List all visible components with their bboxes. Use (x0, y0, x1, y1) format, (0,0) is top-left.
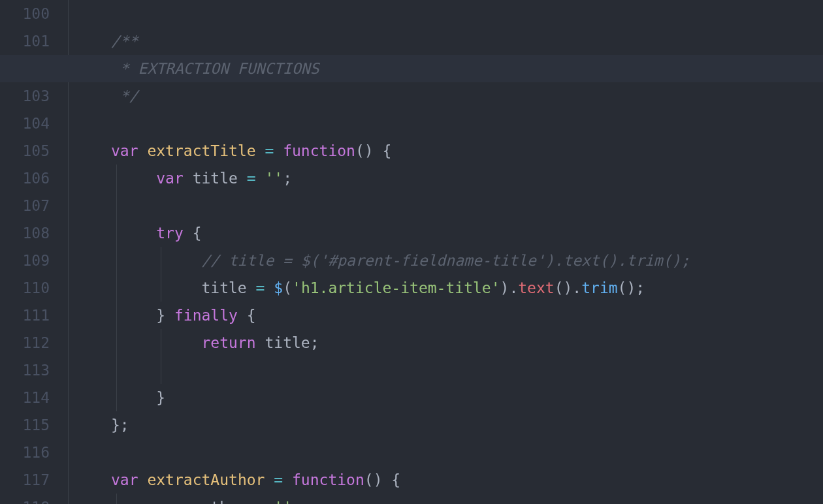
line-number: 103 (0, 82, 50, 110)
code-token: */ (111, 87, 138, 104)
indent-guide (116, 302, 117, 329)
code-token: ; (310, 334, 319, 351)
code-token: ( (283, 279, 292, 296)
code-token (256, 170, 265, 187)
line-number: 108 (0, 219, 50, 247)
line-number: 112 (0, 329, 50, 356)
code-token: author (193, 499, 247, 504)
code-token: // title = $('#parent-fieldname-title').… (201, 252, 690, 269)
line-number: 104 (0, 110, 50, 137)
code-token (138, 471, 148, 488)
code-token (265, 499, 274, 504)
code-token: var (111, 471, 138, 488)
code-line[interactable] (69, 356, 823, 384)
code-token: var (156, 170, 184, 187)
code-line[interactable]: return title; (69, 329, 823, 356)
line-number: 114 (0, 384, 50, 411)
code-token (265, 471, 274, 488)
code-token: = (256, 279, 265, 296)
indent-whitespace (111, 170, 156, 187)
code-line[interactable]: }; (69, 411, 823, 439)
indent-guide (161, 274, 161, 302)
code-line[interactable] (69, 0, 823, 27)
indent-guide (116, 329, 117, 356)
code-line[interactable]: } (69, 384, 823, 411)
code-token (247, 279, 256, 296)
code-token: extractAuthor (147, 471, 265, 488)
indent-whitespace (111, 307, 156, 324)
code-token (184, 170, 193, 187)
code-token: () (555, 279, 573, 296)
indent-guide (116, 192, 117, 219)
indent-guide (161, 329, 161, 356)
code-token (374, 142, 383, 159)
indent-whitespace (111, 279, 201, 296)
code-line[interactable] (69, 110, 823, 137)
code-token: . (509, 279, 518, 296)
code-token: = (256, 499, 265, 504)
code-token: { (391, 471, 400, 488)
code-token: { (383, 142, 392, 159)
indent-guide (116, 274, 117, 302)
code-token: } (156, 389, 165, 406)
code-line[interactable]: try { (69, 219, 823, 247)
code-line[interactable]: var author = ''; (69, 494, 823, 504)
code-token: '' (265, 170, 283, 187)
code-line[interactable]: */ (69, 82, 823, 110)
line-number: 110 (0, 274, 50, 302)
indent-guide (116, 356, 117, 384)
code-token: = (274, 471, 283, 488)
code-token: 'h1.article-item-title' (292, 279, 500, 296)
code-line[interactable]: * EXTRACTION FUNCTIONS (69, 55, 823, 82)
code-line[interactable] (69, 192, 823, 219)
code-token: ; (636, 279, 645, 296)
line-number: 106 (0, 165, 50, 192)
code-token: { (193, 225, 202, 242)
code-editor[interactable]: 1001011021031041051061071081091101111121… (0, 0, 823, 504)
code-token: ; (292, 499, 301, 504)
code-token: extractTitle (147, 142, 255, 159)
code-token: () (364, 471, 383, 488)
indent-guide (161, 247, 161, 274)
code-token: '' (274, 499, 292, 504)
code-token: var (156, 499, 184, 504)
code-line[interactable]: title = $('h1.article-item-title').text(… (69, 274, 823, 302)
indent-whitespace (111, 197, 156, 214)
line-number: 115 (0, 411, 50, 439)
code-line[interactable]: } finally { (69, 302, 823, 329)
code-token: try (156, 225, 184, 242)
code-line[interactable]: var extractAuthor = function() { (69, 466, 823, 494)
indent-whitespace (111, 499, 156, 504)
indent-whitespace (111, 362, 201, 379)
code-token: = (265, 142, 274, 159)
indent-whitespace (111, 389, 156, 406)
code-token: ; (283, 170, 292, 187)
code-line[interactable]: var extractTitle = function() { (69, 137, 823, 165)
code-line[interactable] (69, 439, 823, 466)
line-number: 116 (0, 439, 50, 466)
code-token (382, 471, 391, 488)
line-number: 107 (0, 192, 50, 219)
indent-whitespace (111, 225, 156, 242)
code-token: return (201, 334, 255, 351)
code-line[interactable]: var title = ''; (69, 165, 823, 192)
code-area[interactable]: /** * EXTRACTION FUNCTIONS */var extract… (69, 0, 823, 504)
code-token: () (355, 142, 374, 159)
line-number: 105 (0, 137, 50, 165)
code-token (138, 142, 148, 159)
indent-guide (116, 165, 117, 192)
code-token: title (201, 279, 246, 296)
code-token (256, 334, 265, 351)
line-number: 101 (0, 27, 50, 55)
line-number: 118 (0, 494, 50, 504)
code-line[interactable]: /** (69, 27, 823, 55)
code-line[interactable]: // title = $('#parent-fieldname-title').… (69, 247, 823, 274)
code-token: $ (274, 279, 283, 296)
line-number: 113 (0, 356, 50, 384)
indent-guide (116, 494, 117, 504)
code-token (165, 307, 174, 324)
indent-guide (116, 247, 117, 274)
code-token: text (518, 279, 554, 296)
code-token: var (111, 142, 138, 159)
indent-whitespace (111, 334, 201, 351)
